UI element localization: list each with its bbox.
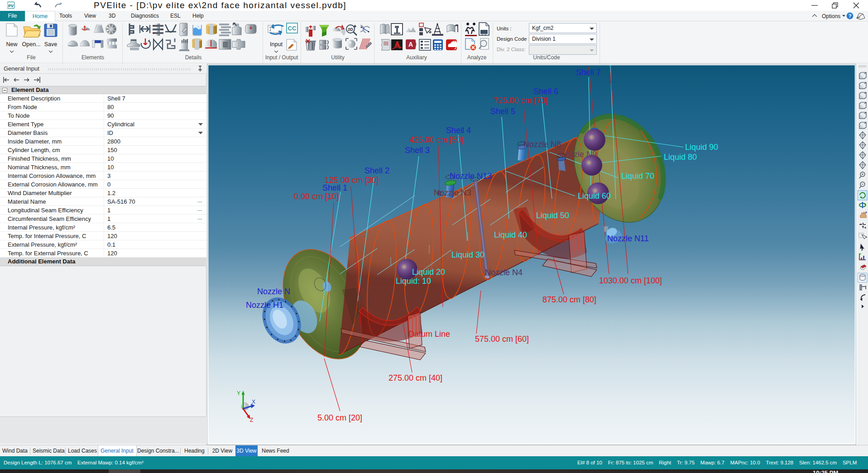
svg-text:725.00 cm [70]: 725.00 cm [70] [494, 96, 547, 105]
svg-text:Nozzle N9: Nozzle N9 [559, 150, 597, 159]
svg-text:Z: Z [250, 417, 253, 423]
svg-text:Shell 1: Shell 1 [322, 183, 347, 192]
svg-text:Liquid 50: Liquid 50 [536, 211, 569, 220]
svg-text:CC: CC [288, 25, 297, 32]
svg-text:5.00 cm [20]: 5.00 cm [20] [317, 413, 362, 422]
svg-text:Nozzle N11: Nozzle N11 [607, 234, 649, 243]
svg-text:425.00 cm [50]: 425.00 cm [50] [409, 135, 463, 144]
svg-text:Liquid 70: Liquid 70 [621, 172, 654, 181]
svg-text:Nozzle N3: Nozzle N3 [434, 188, 471, 197]
svg-text:Nozzle N8: Nozzle N8 [523, 140, 561, 149]
svg-text:Liquid 60: Liquid 60 [578, 191, 611, 201]
svg-text:2D: 2D [348, 27, 353, 32]
svg-text:575.00 cm [60]: 575.00 cm [60] [475, 334, 529, 344]
svg-text:0.00 cm [10]: 0.00 cm [10] [294, 192, 339, 201]
svg-text:PV: PV [8, 4, 14, 8]
svg-text:Shell 7: Shell 7 [576, 68, 601, 77]
svg-text:125.00 cm [30]: 125.00 cm [30] [325, 176, 379, 185]
svg-text:Shell 3: Shell 3 [405, 146, 430, 155]
svg-text:275.00 cm [40]: 275.00 cm [40] [388, 373, 442, 382]
svg-text:Shell 6: Shell 6 [533, 87, 558, 96]
svg-text:Nozzle H1: Nozzle H1 [246, 301, 283, 310]
svg-text:A: A [408, 41, 413, 48]
svg-text:Liquid 80: Liquid 80 [664, 153, 697, 162]
svg-text:Liquid 30: Liquid 30 [451, 250, 484, 259]
svg-text:1030.00 cm [100]: 1030.00 cm [100] [599, 276, 662, 285]
svg-text:Liquid: 10: Liquid: 10 [396, 277, 431, 286]
svg-text:Shell 5: Shell 5 [490, 107, 515, 116]
svg-text:Liquid 40: Liquid 40 [494, 230, 527, 239]
svg-text:?: ? [849, 13, 852, 19]
svg-text:Liquid 90: Liquid 90 [685, 143, 718, 152]
svg-text:Y: Y [237, 390, 240, 397]
svg-text:Datum Line: Datum Line [408, 330, 450, 339]
svg-text:3D: 3D [453, 40, 457, 43]
svg-text:Shell 4: Shell 4 [446, 126, 471, 135]
svg-text:875.00 cm [80]: 875.00 cm [80] [542, 295, 596, 304]
svg-text:X: X [252, 399, 255, 405]
svg-text:Shell 2: Shell 2 [364, 166, 389, 175]
svg-text:Options: Options [822, 13, 840, 19]
svg-text:Nozzle N4: Nozzle N4 [485, 268, 523, 277]
svg-text:Liquid 20: Liquid 20 [412, 268, 445, 277]
svg-text:Nozzle N13: Nozzle N13 [450, 172, 492, 181]
svg-text:Nozzle N: Nozzle N [257, 287, 290, 296]
